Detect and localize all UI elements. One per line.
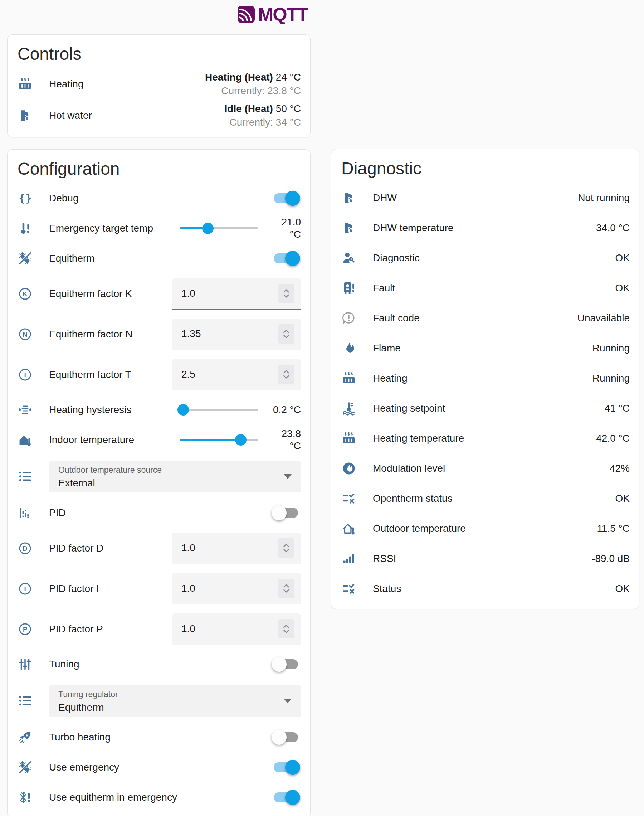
toggle-thumb (285, 790, 300, 805)
number-stepper[interactable] (278, 365, 294, 384)
sensor-value: Running (592, 373, 630, 384)
slider-thumb[interactable] (178, 404, 189, 416)
water-tap-icon (341, 221, 356, 236)
setting-label: Emergency target temp (49, 222, 180, 234)
tune-vertical-icon (17, 657, 32, 672)
code-braces-icon (17, 191, 32, 206)
sensor-label: Opentherm status (373, 493, 615, 504)
diag-row-status[interactable]: Status OK (331, 574, 639, 604)
debug-toggle[interactable] (274, 193, 298, 203)
number-value: 1.0 (181, 623, 195, 635)
configuration-title: Configuration (17, 159, 300, 179)
alpha-t-circle-icon: T (17, 367, 32, 382)
tuning-toggle[interactable] (274, 659, 298, 669)
toggle-thumb (285, 251, 300, 266)
sensor-value: OK (615, 282, 630, 294)
outdoor-temperature-source-select[interactable]: Outdoor temperature source External (49, 461, 301, 492)
svg-text:D: D (23, 545, 27, 552)
pid-factor-d-input[interactable]: 1.0 (172, 532, 301, 564)
diag-row-flame[interactable]: Flame Running (331, 333, 639, 363)
sensor-value: 41 °C (605, 403, 630, 414)
sensor-value: Not running (578, 192, 630, 204)
use-equitherm-in-emergency-toggle[interactable] (274, 792, 298, 802)
number-stepper[interactable] (278, 619, 294, 638)
radiator-icon (341, 431, 356, 446)
config-row-outdoor-temperature-source: Outdoor temperature source External (8, 455, 310, 498)
pid-factor-p-input[interactable]: 1.0 (172, 614, 301, 645)
equitherm-toggle[interactable] (274, 253, 298, 264)
sensor-value: Unavailable (578, 313, 630, 324)
config-row-equitherm: Equitherm (8, 243, 310, 273)
tuning-regulator-select[interactable]: Tuning regulator Equitherm (49, 685, 301, 717)
config-row-heating-hysteresis: Heating hysteresis 0.2 °C (8, 395, 310, 425)
list-status-icon (341, 491, 356, 506)
indoor-temperature-slider[interactable] (180, 439, 258, 441)
diag-row-diagnostic[interactable]: Diagnostic OK (331, 243, 639, 273)
diag-row-opentherm-status[interactable]: Opentherm status OK (331, 483, 639, 514)
config-row-equitherm-factor-t: T Equitherm factor T 2.5 (8, 354, 310, 395)
slider-thumb[interactable] (202, 222, 213, 234)
emergency-target-temp-slider[interactable] (180, 227, 258, 229)
diag-row-rssi[interactable]: RSSI -89.0 dB (331, 544, 639, 574)
turbo-heating-toggle[interactable] (274, 732, 298, 742)
setting-label: Use equitherm in emergency (49, 791, 274, 803)
alpha-k-circle-icon: K (17, 286, 32, 301)
control-label: Heating (49, 78, 205, 90)
config-row-use-emergency: Use emergency (8, 752, 310, 782)
alpha-n-circle-icon: N (17, 327, 32, 342)
sensor-label: Modulation level (373, 463, 610, 474)
diag-row-modulation-level[interactable]: Modulation level 42% (331, 454, 639, 483)
sun-snowflake-icon (17, 251, 32, 266)
diag-row-outdoor-temperature[interactable]: Outdoor temperature 11.5 °C (331, 514, 639, 544)
setting-label: Turbo heating (49, 732, 274, 743)
number-stepper[interactable] (278, 324, 294, 344)
chevron-up-down-icon (282, 542, 291, 554)
alpha-p-circle-icon: P (17, 622, 32, 637)
sensor-value: OK (615, 252, 630, 264)
snowflake-alert-icon (17, 790, 32, 805)
diag-row-dhw[interactable]: DHW Not running (331, 183, 639, 213)
diag-row-heating[interactable]: Heating Running (331, 363, 639, 393)
number-stepper[interactable] (278, 579, 294, 598)
radiator-icon (341, 371, 356, 386)
sensor-value: OK (615, 583, 630, 594)
diag-row-heating-setpoint[interactable]: Heating setpoint 41 °C (331, 393, 639, 423)
use-emergency-toggle[interactable] (274, 762, 298, 772)
rocket-icon (17, 730, 32, 745)
config-row-pid-factor-i: I PID factor I 1.0 (8, 568, 310, 609)
water-tap-icon (341, 190, 356, 206)
chevron-up-down-icon (282, 582, 291, 594)
sensor-label: Fault (373, 282, 615, 294)
climate-state: Heating (Heat) 24 °C Currently: 23.8 °C (205, 71, 301, 98)
toggle-thumb (285, 760, 300, 775)
pid-toggle[interactable] (274, 508, 298, 518)
mqtt-logo: MQTT (238, 4, 308, 25)
toggle-thumb (285, 191, 300, 206)
equitherm-factor-t-input[interactable]: 2.5 (172, 359, 301, 390)
setting-label: Equitherm (49, 253, 274, 264)
setting-label: Tuning (49, 658, 274, 670)
slider-thumb[interactable] (235, 434, 247, 446)
climate-current-temp: Currently: 34 °C (225, 116, 301, 129)
slider-value: 23.8 °C (267, 428, 301, 452)
select-value: Equitherm (58, 702, 279, 713)
number-value: 1.0 (181, 288, 195, 299)
thermometer-alert-icon (17, 221, 32, 236)
equitherm-factor-n-input[interactable]: 1.35 (172, 319, 301, 350)
toggle-thumb (271, 730, 287, 745)
svg-text:I: I (24, 585, 26, 592)
diag-row-heating-temperature[interactable]: Heating temperature 42.0 °C (331, 423, 639, 454)
control-row-heating[interactable]: Heating Heating (Heat) 24 °C Currently: … (8, 68, 310, 100)
number-stepper[interactable] (278, 538, 294, 558)
heating-hysteresis-slider[interactable] (180, 409, 258, 411)
control-row-hot-water[interactable]: Hot water Idle (Heat) 50 °C Currently: 3… (8, 100, 310, 131)
equitherm-factor-k-input[interactable]: 1.0 (172, 278, 301, 310)
pid-factor-i-input[interactable]: 1.0 (172, 573, 301, 604)
diag-row-dhw-temperature[interactable]: DHW temperature 34.0 °C (331, 213, 639, 243)
number-stepper[interactable] (278, 284, 294, 303)
diag-row-fault[interactable]: Fault OK (331, 273, 639, 303)
number-value: 1.0 (181, 583, 195, 594)
diag-row-fault-code[interactable]: Fault code Unavailable (331, 303, 639, 333)
fire-circle-icon (341, 461, 356, 476)
sensor-label: Outdoor temperature (373, 523, 597, 534)
